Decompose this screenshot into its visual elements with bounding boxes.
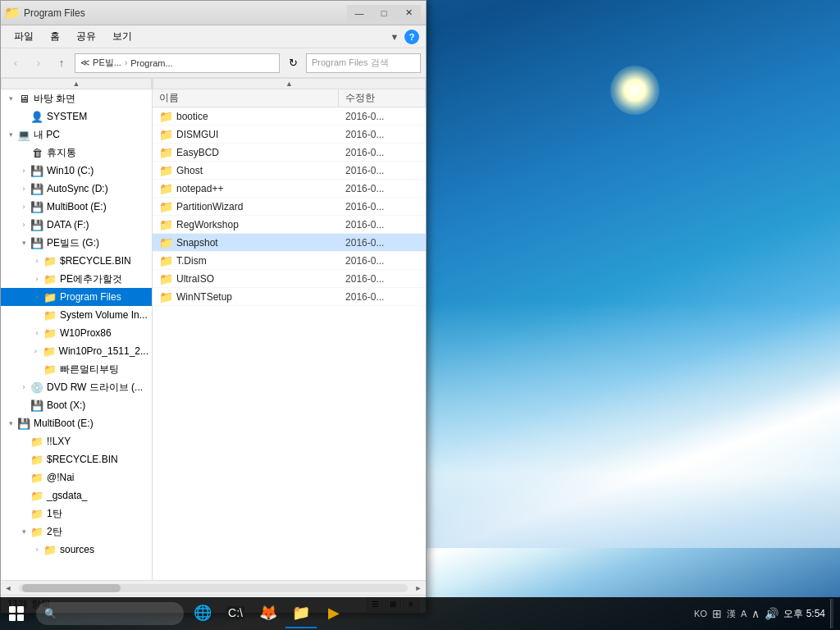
show-desktop-button[interactable] — [830, 599, 833, 628]
expand-w10prox86[interactable]: › — [30, 324, 43, 342]
tree-item-multiboot2[interactable]: ▾ 💾 MultiBoot (E:) — [1, 414, 152, 432]
expand-2tan[interactable]: ▾ — [17, 523, 30, 541]
tree-item-w10prox86[interactable]: › 📁 W10Prox86 — [1, 324, 152, 342]
tree-item-mypc[interactable]: ▾ 💻 내 PC — [1, 126, 152, 144]
toolbar: ‹ › ↑ ≪ PE빌... › Program... ↻ Program Fi… — [1, 48, 426, 78]
tree-item-systemvol[interactable]: 📁 System Volume In... — [1, 306, 152, 324]
h-scroll-right[interactable]: ► — [411, 584, 426, 592]
expand-multiboot[interactable]: › — [17, 198, 30, 216]
file-row-snapshot[interactable]: 📁 Snapshot 2016-0... — [153, 234, 426, 252]
tree-item-fastmulti[interactable]: 📁 빠른멀티부팅 — [1, 360, 152, 378]
file-row[interactable]: 📁 PartitionWizard 2016-0... — [153, 198, 426, 216]
menu-home[interactable]: 홈 — [43, 27, 66, 46]
file-row[interactable]: 📁 T.Dism 2016-0... — [153, 252, 426, 270]
tree-item-recycle2[interactable]: 📁 $RECYCLE.BIN — [1, 450, 152, 468]
tree-item-desktop[interactable]: ▾ 🖥 바탕 화면 — [1, 89, 152, 107]
tree-item-data[interactable]: › 💾 DATA (F:) — [1, 216, 152, 234]
horizontal-scrollbar[interactable]: ◄ ► — [1, 580, 426, 595]
file-row[interactable]: 📁 UltraISO 2016-0... — [153, 270, 426, 288]
expand-pe-extra[interactable]: › — [30, 270, 43, 288]
expand-system[interactable] — [17, 107, 30, 126]
tree-item-2tan[interactable]: ▾ 📁 2탄 — [1, 523, 152, 541]
refresh-button[interactable]: ↻ — [283, 53, 303, 73]
taskbar-item-terminal[interactable]: C:\ — [220, 599, 251, 628]
file-row[interactable]: 📁 RegWorkshop 2016-0... — [153, 216, 426, 234]
taskbar-item-ie[interactable]: 🌐 — [187, 599, 218, 628]
tree-item-lxy[interactable]: 📁 !!LXY — [1, 432, 152, 450]
tree-label: !!LXY — [47, 436, 71, 447]
menu-view[interactable]: 보기 — [106, 27, 139, 46]
tree-item-sources[interactable]: › 📁 sources — [1, 541, 152, 559]
up-button[interactable]: ↑ — [52, 53, 71, 73]
h-scroll-left[interactable]: ◄ — [1, 584, 16, 592]
tray-ime-icon: ⊞ — [712, 607, 722, 620]
menu-file[interactable]: 파일 — [7, 27, 40, 46]
file-label: RegWorkshop — [176, 219, 239, 231]
forward-button[interactable]: › — [29, 53, 48, 73]
expand-dvdrw[interactable]: › — [17, 378, 30, 396]
close-button[interactable]: ✕ — [396, 5, 421, 21]
tree-item-pe-extra[interactable]: › 📁 PE에추가할것 — [1, 270, 152, 288]
column-date-header[interactable]: 수정한 — [339, 89, 426, 107]
expand-mypc[interactable]: ▾ — [4, 126, 17, 144]
expand-desktop[interactable]: ▾ — [4, 89, 17, 107]
address-bar[interactable]: ≪ PE빌... › Program... — [75, 53, 280, 73]
expand-autosync[interactable]: › — [17, 180, 30, 198]
expand-win10pro[interactable]: › — [30, 342, 43, 360]
tree-item-system[interactable]: 👤 SYSTEM — [1, 107, 152, 126]
file-row[interactable]: 📁 EasyBCD 2016-0... — [153, 144, 426, 162]
file-label: PartitionWizard — [176, 201, 243, 212]
start-button[interactable] — [0, 597, 33, 630]
file-list-scroll-up[interactable]: ▲ — [153, 78, 426, 89]
tree-item-nai[interactable]: 📁 @!Nai — [1, 468, 152, 486]
tree-item-multiboot[interactable]: › 💾 MultiBoot (E:) — [1, 198, 152, 216]
expand-sources[interactable]: › — [30, 541, 43, 559]
tree-label-programfiles: Program Files — [60, 291, 121, 303]
file-name-cell: 📁 Snapshot — [153, 236, 339, 249]
file-row[interactable]: 📁 bootice 2016-0... — [153, 107, 426, 126]
expand-data[interactable]: › — [17, 216, 30, 234]
expand-pebuild[interactable]: ▾ — [17, 234, 30, 252]
file-row[interactable]: 📁 Ghost 2016-0... — [153, 162, 426, 180]
file-name-cell: 📁 notepad++ — [153, 182, 339, 195]
explorer-icon: 📁 — [292, 604, 310, 622]
file-row[interactable]: 📁 DISMGUI 2016-0... — [153, 126, 426, 144]
taskbar-item-explorer[interactable]: 📁 — [285, 599, 317, 628]
expand-multiboot2[interactable]: ▾ — [4, 414, 17, 432]
file-name-cell: 📁 T.Dism — [153, 254, 339, 267]
volume-icon[interactable]: 🔊 — [765, 607, 778, 620]
tree-item-win10pro[interactable]: › 📁 Win10Pro_1511_2... — [1, 342, 152, 360]
tree-label: $RECYCLE.BIN — [60, 255, 131, 267]
tree-item-pebuild[interactable]: ▾ 💾 PE빌드 (G:) — [1, 234, 152, 252]
tree-item-recycle-bin[interactable]: 🗑 휴지통 — [1, 144, 152, 162]
tree-item-programfiles[interactable]: › 📁 Program Files — [1, 288, 152, 306]
search-box[interactable]: Program Files 검색 — [306, 53, 421, 73]
expand-win10c[interactable]: › — [17, 162, 30, 180]
tree-item-boot[interactable]: 💾 Boot (X:) — [1, 396, 152, 414]
maximize-button[interactable]: □ — [372, 5, 396, 21]
help-button[interactable]: ? — [404, 30, 419, 44]
folder-icon-programfiles: 📁 — [43, 290, 57, 304]
column-name-header[interactable]: 이름 — [153, 89, 339, 107]
h-scroll-thumb[interactable] — [22, 584, 121, 592]
tree-item-recycle-g[interactable]: › 📁 $RECYCLE.BIN — [1, 252, 152, 270]
taskbar-search[interactable]: 🔍 — [36, 602, 184, 625]
tree-item-1tan[interactable]: 📁 1탄 — [1, 504, 152, 523]
file-row[interactable]: 📁 notepad++ 2016-0... — [153, 180, 426, 198]
back-button[interactable]: ‹ — [6, 53, 25, 73]
tree-item-gsdata[interactable]: 📁 _gsdata_ — [1, 486, 152, 504]
menu-share[interactable]: 공유 — [70, 27, 103, 46]
h-scroll-track[interactable] — [19, 584, 408, 592]
taskbar-item-firefox[interactable]: 🦊 — [253, 599, 284, 628]
tree-item-win10c[interactable]: › 💾 Win10 (C:) — [1, 162, 152, 180]
tree-scroll-up[interactable]: ▲ — [1, 78, 152, 89]
file-row[interactable]: 📁 WinNTSetup 2016-0... — [153, 288, 426, 306]
expand-recycle-g[interactable]: › — [30, 252, 43, 270]
tree-item-dvdrw[interactable]: › 💿 DVD RW 드라이브 (... — [1, 378, 152, 396]
expand-ribbon-button[interactable]: ▼ — [385, 27, 404, 47]
taskbar-item-media[interactable]: ▶ — [318, 599, 349, 628]
tree-item-autosync[interactable]: › 💾 AutoSync (D:) — [1, 180, 152, 198]
minimize-button[interactable]: — — [347, 5, 372, 21]
expand-programfiles[interactable]: › — [30, 288, 43, 306]
file-label: UltraISO — [176, 273, 214, 285]
